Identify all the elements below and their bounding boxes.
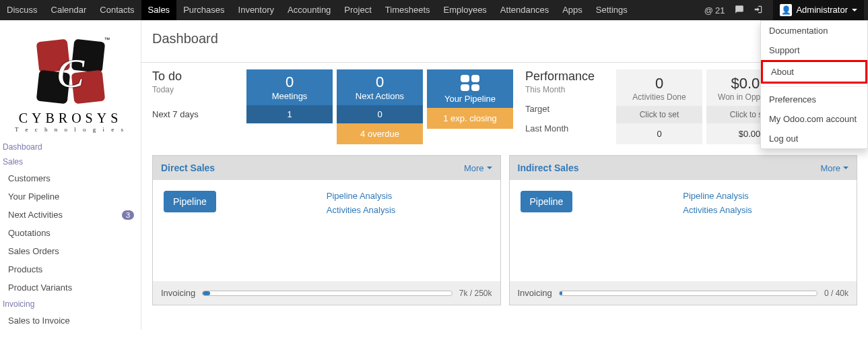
menu-odoo-account[interactable]: My Odoo.com account (761, 109, 867, 129)
sidebar-item-product-variants[interactable]: Product Variants (0, 278, 141, 297)
avatar: 👤 (780, 4, 792, 16)
logo: C ™ CYBROSYS T e c h n o l o g i e s (0, 26, 141, 140)
nav-discuss[interactable]: Discuss (0, 0, 44, 20)
nav-inventory[interactable]: Inventory (232, 0, 281, 20)
sidebar-item-next-activities[interactable]: Next Activities 3 (0, 206, 141, 224)
invoicing-progress (559, 291, 817, 296)
caret-down-icon (843, 167, 848, 169)
enter-icon[interactable] (753, 5, 764, 16)
nav-project[interactable]: Project (337, 0, 378, 20)
card-direct-sales: Direct Sales More Pipeline Pipeline Anal… (152, 155, 501, 305)
sidebar: C ™ CYBROSYS T e c h n o l o g i e s Das… (0, 20, 141, 330)
menu-about[interactable]: About (761, 60, 867, 84)
tile-next-actions[interactable]: 0Next Actions 0 4 overdue (337, 69, 423, 144)
sidebar-item-your-pipeline[interactable]: Your Pipeline (0, 187, 141, 206)
link-pipeline-analysis[interactable]: Pipeline Analysis (683, 191, 752, 201)
notification-badge[interactable]: @21 (704, 5, 725, 16)
sidebar-item-sales-orders[interactable]: Sales Orders (0, 242, 141, 260)
nav-apps[interactable]: Apps (556, 0, 589, 20)
content: Dashboard 1-2 To do Today Next 7 days 0M… (141, 20, 868, 330)
invoicing-value: 7k / 250k (459, 289, 492, 298)
page-title: Dashboard (152, 31, 835, 47)
caret-down-icon (852, 9, 857, 11)
user-dropdown: Documentation Support About Preferences … (760, 20, 868, 149)
tile-your-pipeline[interactable]: Your Pipeline 1 exp. closing (427, 69, 513, 144)
kanban-icon (461, 75, 479, 91)
dashboard-summary: To do Today Next 7 days 0Meetings 1 0Nex… (141, 69, 868, 144)
sidebar-item-customers[interactable]: Customers (0, 169, 141, 187)
badge-next-activities: 3 (122, 210, 134, 220)
link-activities-analysis[interactable]: Activities Analysis (683, 205, 752, 215)
caret-down-icon (487, 167, 492, 169)
card-more-button[interactable]: More (464, 163, 492, 173)
nav-attendances[interactable]: Attendances (494, 0, 556, 20)
sidebar-item-products[interactable]: Products (0, 260, 141, 278)
user-menu-button[interactable]: 👤 Administrator (773, 0, 864, 20)
pipeline-button[interactable]: Pipeline (164, 191, 216, 212)
invoicing-value: 0 / 40k (824, 289, 848, 298)
nav-calendar[interactable]: Calendar (44, 0, 94, 20)
tile-meetings[interactable]: 0Meetings 1 (246, 69, 333, 144)
nav-accounting[interactable]: Accounting (281, 0, 337, 20)
nav-employees[interactable]: Employees (437, 0, 494, 20)
menu-preferences[interactable]: Preferences (761, 90, 867, 109)
logo-mark: C ™ (34, 39, 108, 107)
nav-timesheets[interactable]: Timesheets (378, 0, 437, 20)
nav-sales[interactable]: Sales (141, 0, 177, 20)
card-title: Direct Sales (161, 162, 464, 173)
invoicing-label: Invoicing (518, 288, 552, 298)
pipeline-button[interactable]: Pipeline (521, 191, 573, 212)
nav-contacts[interactable]: Contacts (93, 0, 141, 20)
menu-documentation[interactable]: Documentation (761, 21, 867, 40)
sidebar-section-dashboard[interactable]: Dashboard (0, 140, 141, 154)
click-to-set-activities[interactable]: Click to set (616, 106, 702, 123)
sidebar-section-sales[interactable]: Sales (0, 154, 141, 169)
chat-icon[interactable] (734, 5, 745, 16)
menu-support[interactable]: Support (761, 40, 867, 60)
todo-block: To do Today Next 7 days (152, 69, 240, 144)
top-nav: DiscussCalendarContactsSalesPurchasesInv… (0, 0, 868, 20)
metric-activities-done: 0Activities Done Click to set 0 (616, 69, 702, 144)
invoicing-progress (202, 291, 452, 296)
menu-logout[interactable]: Log out (761, 129, 867, 148)
nav-purchases[interactable]: Purchases (176, 0, 231, 20)
card-more-button[interactable]: More (820, 163, 848, 173)
card-title: Indirect Sales (518, 162, 821, 173)
nav-settings[interactable]: Settings (589, 0, 634, 20)
performance-block: Performance This Month Target Last Month (525, 69, 595, 144)
link-pipeline-analysis[interactable]: Pipeline Analysis (327, 191, 396, 201)
sidebar-item-quotations[interactable]: Quotations (0, 224, 141, 242)
card-indirect-sales: Indirect Sales More Pipeline Pipeline An… (509, 155, 858, 305)
sidebar-item-sales-to-invoice[interactable]: Sales to Invoice (0, 311, 141, 330)
sidebar-section-invoicing[interactable]: Invoicing (0, 297, 141, 311)
invoicing-label: Invoicing (161, 288, 195, 298)
link-activities-analysis[interactable]: Activities Analysis (327, 205, 396, 215)
